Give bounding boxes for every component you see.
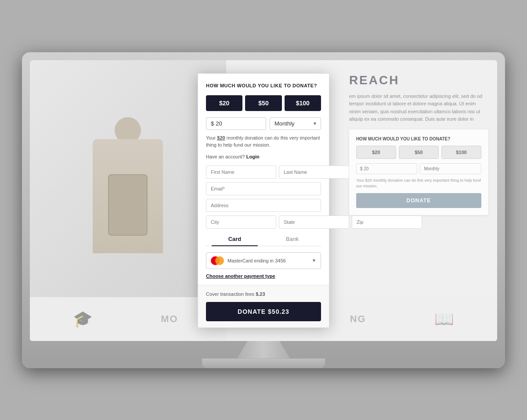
msg-amount: $20 [217,135,225,140]
choose-payment-link[interactable]: Choose another payment type [206,273,321,279]
monitor-screen: REACH em ipsum dolor sit amet, consectet… [30,60,497,341]
modal-inner: HOW MUCH WOULD YOU LIKE TO DONATE? $20 $… [198,74,329,279]
card-left: MasterCard ending in 3456 [211,256,286,265]
fee-amount: $.23 [256,291,265,297]
modal-bottom: Cover transaction fees $.23 DONATE $50.2… [198,285,329,327]
amount-input-wrap: $ [206,117,266,130]
dollar-sign: $ [211,120,214,127]
frequency-select[interactable]: Monthly One-Time Weekly [270,118,321,129]
mastercard-icon [211,256,224,265]
monitor-stand [30,341,497,368]
stand-base [202,359,325,368]
donation-modal: HOW MUCH WOULD YOU LIKE TO DONATE? $20 $… [198,73,329,328]
monitor: REACH em ipsum dolor sit amet, consectet… [22,52,505,368]
tab-bank[interactable]: Bank [264,232,321,246]
amount-btn-20[interactable]: $20 [206,95,242,111]
city-state-zip-row [206,215,321,229]
fee-text: Cover transaction fees [206,291,256,297]
card-selector[interactable]: MasterCard ending in 3456 ▼ [206,252,321,269]
amount-btn-100[interactable]: $100 [285,95,321,111]
screen-background: REACH em ipsum dolor sit amet, consectet… [30,60,497,341]
amount-input[interactable] [216,120,238,127]
frequency-select-wrap: Monthly One-Time Weekly ▼ [270,117,321,130]
transaction-fee-row: Cover transaction fees $.23 [206,291,321,297]
tab-card[interactable]: Card [206,232,264,246]
city-input[interactable] [206,215,276,229]
donation-question: HOW MUCH WOULD YOU LIKE TO DONATE? [206,83,321,89]
name-fields-row [206,165,321,179]
address-input[interactable] [206,199,321,212]
card-dropdown-arrow-icon: ▼ [312,258,316,263]
card-description: MasterCard ending in 3456 [227,258,286,263]
amount-frequency-row: $ Monthly One-Time Weekly ▼ [206,117,321,130]
modal-overlay: HOW MUCH WOULD YOU LIKE TO DONATE? $20 $… [30,60,497,341]
donation-message: Your $20 monthly donation can do this ve… [206,134,321,149]
donate-button[interactable]: DONATE $50.23 [206,302,321,321]
state-input[interactable] [279,215,349,229]
login-link[interactable]: Login [246,154,260,159]
card-ending: ending in 3456 [254,258,286,263]
msg-prefix: Your [206,135,217,140]
card-type: MasterCard [227,258,253,263]
first-name-input[interactable] [206,165,276,179]
zip-input[interactable] [352,215,422,229]
stand-neck [237,341,290,359]
last-name-input[interactable] [279,165,349,179]
account-row: Have an account? Login [206,154,321,159]
account-text: Have an account? [206,154,245,159]
amount-btn-50[interactable]: $50 [245,95,282,111]
payment-tabs: Card Bank [206,232,321,246]
mc-circle-right [215,256,224,265]
amount-buttons-row: $20 $50 $100 [206,95,321,111]
email-input[interactable] [206,182,321,195]
